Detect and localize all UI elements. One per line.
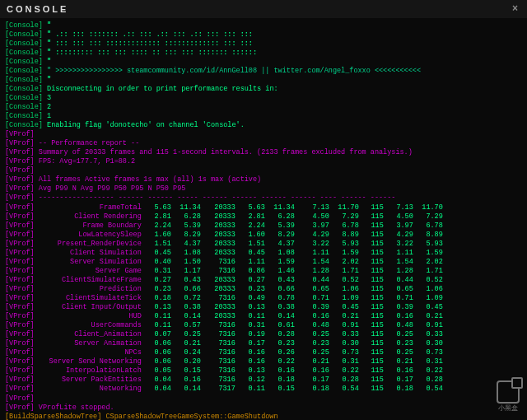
- watermark-logo: 小黑盒: [494, 380, 522, 412]
- close-icon[interactable]: ×: [512, 2, 520, 16]
- titlebar[interactable]: CONSOLE ×: [0, 0, 527, 18]
- console-body[interactable]: [Console] "[Console] " .:: ::: ::::::: .…: [0, 18, 527, 420]
- watermark-text: 小黑盒: [494, 404, 522, 413]
- console-window: CONSOLE × [Console] "[Console] " .:: :::…: [0, 0, 527, 420]
- window-title: CONSOLE: [7, 3, 68, 15]
